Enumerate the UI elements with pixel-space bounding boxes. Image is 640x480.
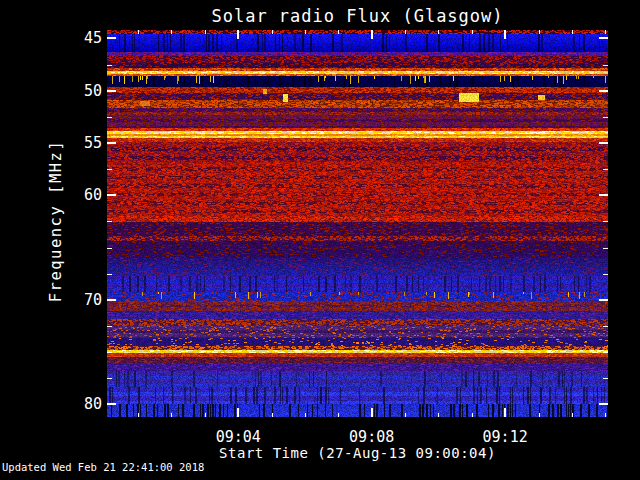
spectrogram-canvas [107, 30, 608, 417]
y-tick-label: 70 [64, 292, 102, 308]
x-tick-label: 09:04 [203, 428, 273, 446]
y-tick-label: 60 [64, 187, 102, 203]
x-tick-label: 09:08 [337, 428, 407, 446]
solar-radio-flux-window: Solar radio Flux (Glasgow) Frequency [MH… [0, 0, 640, 480]
y-tick-label: 50 [64, 83, 102, 99]
y-tick-label: 45 [64, 30, 102, 46]
y-tick-label: 80 [64, 396, 102, 412]
update-timestamp: Updated Wed Feb 21 22:41:00 2018 [2, 461, 204, 473]
x-tick-label: 09:12 [470, 428, 540, 446]
y-tick-label: 55 [64, 135, 102, 151]
x-axis-title: Start Time (27-Aug-13 09:00:04) [87, 445, 628, 461]
chart-title: Solar radio Flux (Glasgow) [107, 6, 608, 26]
y-axis-title: Frequency [MHz] [47, 140, 65, 302]
